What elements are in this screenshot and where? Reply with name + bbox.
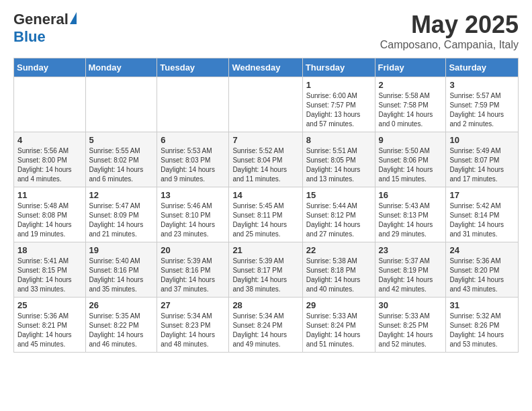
day-number: 12 (89, 190, 154, 200)
day-number: 6 (161, 135, 225, 145)
day-number: 22 (306, 245, 371, 255)
calendar-cell: 8Sunrise: 5:51 AMSunset: 8:05 PMDaylight… (302, 132, 375, 187)
day-number: 16 (379, 190, 443, 200)
day-info: Sunrise: 5:43 AMSunset: 8:13 PMDaylight:… (379, 201, 443, 239)
logo-triangle-icon (70, 12, 77, 24)
day-number: 9 (379, 135, 443, 145)
calendar-cell: 24Sunrise: 5:36 AMSunset: 8:20 PMDayligh… (446, 242, 519, 298)
day-info: Sunrise: 5:46 AMSunset: 8:10 PMDaylight:… (161, 201, 225, 239)
day-number: 25 (17, 300, 82, 310)
day-number: 5 (89, 135, 154, 145)
logo-general-text: General (13, 11, 69, 28)
day-number: 14 (232, 190, 298, 200)
day-info: Sunrise: 5:42 AMSunset: 8:14 PMDaylight:… (449, 201, 515, 239)
day-number: 24 (449, 245, 515, 255)
calendar-cell (85, 77, 157, 132)
calendar-cell: 14Sunrise: 5:45 AMSunset: 8:11 PMDayligh… (229, 187, 302, 242)
day-info: Sunrise: 5:38 AMSunset: 8:18 PMDaylight:… (306, 257, 371, 294)
logo: General Blue (13, 11, 77, 46)
calendar-cell: 5Sunrise: 5:55 AMSunset: 8:02 PMDaylight… (85, 132, 157, 187)
title-location: Camposano, Campania, Italy (380, 39, 519, 51)
day-number: 30 (379, 300, 443, 310)
title-block: May 2025 Camposano, Campania, Italy (380, 11, 519, 51)
day-number: 15 (306, 190, 371, 200)
calendar-week-row: 18Sunrise: 5:41 AMSunset: 8:15 PMDayligh… (14, 242, 519, 298)
calendar-cell: 9Sunrise: 5:50 AMSunset: 8:06 PMDaylight… (375, 132, 446, 187)
day-info: Sunrise: 5:49 AMSunset: 8:07 PMDaylight:… (449, 146, 515, 184)
calendar-cell: 31Sunrise: 5:32 AMSunset: 8:26 PMDayligh… (446, 298, 519, 353)
day-number: 3 (449, 80, 515, 90)
day-info: Sunrise: 5:45 AMSunset: 8:11 PMDaylight:… (232, 201, 298, 239)
day-number: 23 (379, 245, 443, 255)
day-info: Sunrise: 5:35 AMSunset: 8:22 PMDaylight:… (89, 312, 154, 349)
day-info: Sunrise: 6:00 AMSunset: 7:57 PMDaylight:… (306, 91, 371, 129)
calendar-cell: 18Sunrise: 5:41 AMSunset: 8:15 PMDayligh… (14, 242, 86, 298)
day-number: 2 (379, 80, 443, 90)
calendar-cell: 15Sunrise: 5:44 AMSunset: 8:12 PMDayligh… (302, 187, 375, 242)
day-number: 28 (232, 300, 298, 310)
day-info: Sunrise: 5:52 AMSunset: 8:04 PMDaylight:… (232, 146, 298, 184)
day-info: Sunrise: 5:44 AMSunset: 8:12 PMDaylight:… (306, 201, 371, 239)
logo-blue-text: Blue (13, 28, 46, 46)
day-number: 26 (89, 300, 154, 310)
calendar-cell: 6Sunrise: 5:53 AMSunset: 8:03 PMDaylight… (157, 132, 229, 187)
calendar-cell: 3Sunrise: 5:57 AMSunset: 7:59 PMDaylight… (446, 77, 519, 132)
calendar-cell: 27Sunrise: 5:34 AMSunset: 8:23 PMDayligh… (157, 298, 229, 353)
day-info: Sunrise: 5:41 AMSunset: 8:15 PMDaylight:… (17, 257, 82, 294)
calendar-cell: 12Sunrise: 5:47 AMSunset: 8:09 PMDayligh… (85, 187, 157, 242)
day-number: 1 (306, 80, 371, 90)
day-info: Sunrise: 5:57 AMSunset: 7:59 PMDaylight:… (449, 91, 515, 129)
calendar-cell: 21Sunrise: 5:39 AMSunset: 8:17 PMDayligh… (229, 242, 302, 298)
calendar-cell: 16Sunrise: 5:43 AMSunset: 8:13 PMDayligh… (375, 187, 446, 242)
calendar-cell: 2Sunrise: 5:58 AMSunset: 7:58 PMDaylight… (375, 77, 446, 132)
calendar-cell (229, 77, 302, 132)
calendar-cell: 30Sunrise: 5:33 AMSunset: 8:25 PMDayligh… (375, 298, 446, 353)
calendar-cell: 29Sunrise: 5:33 AMSunset: 8:24 PMDayligh… (302, 298, 375, 353)
day-number: 13 (161, 190, 225, 200)
calendar-cell: 17Sunrise: 5:42 AMSunset: 8:14 PMDayligh… (446, 187, 519, 242)
day-info: Sunrise: 5:34 AMSunset: 8:24 PMDaylight:… (232, 312, 298, 349)
day-info: Sunrise: 5:36 AMSunset: 8:21 PMDaylight:… (17, 312, 82, 349)
calendar-table: SundayMondayTuesdayWednesdayThursdayFrid… (13, 58, 519, 353)
day-number: 17 (449, 190, 515, 200)
calendar-dow-tuesday: Tuesday (157, 58, 229, 77)
calendar-dow-friday: Friday (375, 58, 446, 77)
calendar-header-row: SundayMondayTuesdayWednesdayThursdayFrid… (14, 58, 519, 77)
calendar-week-row: 1Sunrise: 6:00 AMSunset: 7:57 PMDaylight… (14, 77, 519, 132)
day-number: 31 (449, 300, 515, 310)
calendar-dow-saturday: Saturday (446, 58, 519, 77)
day-info: Sunrise: 5:56 AMSunset: 8:00 PMDaylight:… (17, 146, 82, 184)
day-number: 21 (232, 245, 298, 255)
day-info: Sunrise: 5:34 AMSunset: 8:23 PMDaylight:… (161, 312, 225, 349)
calendar-dow-monday: Monday (85, 58, 157, 77)
day-number: 4 (17, 135, 82, 145)
day-number: 7 (232, 135, 298, 145)
calendar-dow-wednesday: Wednesday (229, 58, 302, 77)
day-info: Sunrise: 5:33 AMSunset: 8:24 PMDaylight:… (306, 312, 371, 349)
day-info: Sunrise: 5:36 AMSunset: 8:20 PMDaylight:… (449, 257, 515, 294)
day-number: 10 (449, 135, 515, 145)
day-info: Sunrise: 5:37 AMSunset: 8:19 PMDaylight:… (379, 257, 443, 294)
calendar-cell: 10Sunrise: 5:49 AMSunset: 8:07 PMDayligh… (446, 132, 519, 187)
calendar-week-row: 4Sunrise: 5:56 AMSunset: 8:00 PMDaylight… (14, 132, 519, 187)
calendar-cell: 26Sunrise: 5:35 AMSunset: 8:22 PMDayligh… (85, 298, 157, 353)
calendar-cell: 4Sunrise: 5:56 AMSunset: 8:00 PMDaylight… (14, 132, 86, 187)
day-number: 8 (306, 135, 371, 145)
day-info: Sunrise: 5:39 AMSunset: 8:16 PMDaylight:… (161, 257, 225, 294)
calendar-cell: 11Sunrise: 5:48 AMSunset: 8:08 PMDayligh… (14, 187, 86, 242)
day-info: Sunrise: 5:39 AMSunset: 8:17 PMDaylight:… (232, 257, 298, 294)
day-number: 27 (161, 300, 225, 310)
calendar-cell: 19Sunrise: 5:40 AMSunset: 8:16 PMDayligh… (85, 242, 157, 298)
day-info: Sunrise: 5:58 AMSunset: 7:58 PMDaylight:… (379, 91, 443, 129)
calendar-cell: 7Sunrise: 5:52 AMSunset: 8:04 PMDaylight… (229, 132, 302, 187)
day-number: 20 (161, 245, 225, 255)
day-info: Sunrise: 5:40 AMSunset: 8:16 PMDaylight:… (89, 257, 154, 294)
day-info: Sunrise: 5:32 AMSunset: 8:26 PMDaylight:… (449, 312, 515, 349)
page: General Blue May 2025 Camposano, Campani… (0, 0, 532, 363)
day-info: Sunrise: 5:53 AMSunset: 8:03 PMDaylight:… (161, 146, 225, 184)
calendar-week-row: 11Sunrise: 5:48 AMSunset: 8:08 PMDayligh… (14, 187, 519, 242)
calendar-cell: 22Sunrise: 5:38 AMSunset: 8:18 PMDayligh… (302, 242, 375, 298)
calendar-dow-sunday: Sunday (14, 58, 86, 77)
calendar-cell (157, 77, 229, 132)
day-info: Sunrise: 5:33 AMSunset: 8:25 PMDaylight:… (379, 312, 443, 349)
